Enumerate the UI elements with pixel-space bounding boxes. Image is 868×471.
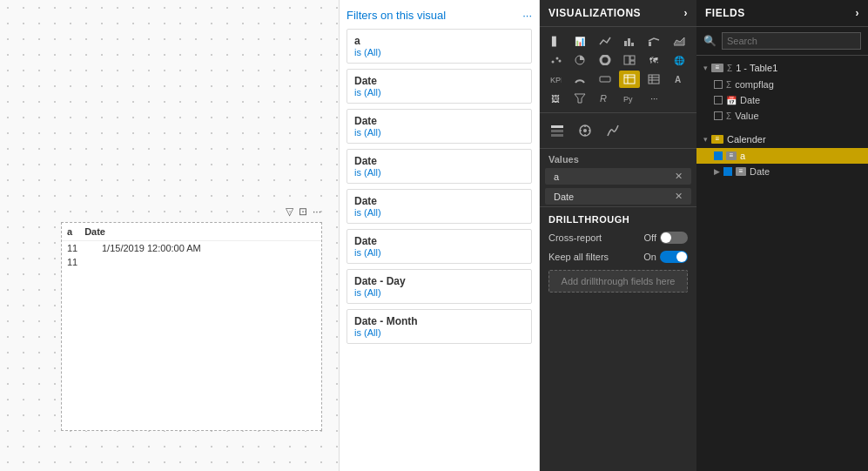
visualizations-panel: VISUALIZATIONS › ▋ 📊 🗺 <box>540 0 696 471</box>
value-checkbox[interactable] <box>714 111 723 120</box>
viz-format-icon[interactable] <box>573 118 597 143</box>
field-item-value[interactable]: Σ Value <box>696 108 868 124</box>
viz-icon-image[interactable]: 🖼 <box>545 90 566 107</box>
toggle-knob-off <box>661 232 671 243</box>
value-a-text: a <box>554 172 559 182</box>
cross-report-toggle-container: Off <box>644 232 688 244</box>
svg-point-5 <box>556 57 559 60</box>
value-item-date[interactable]: Date ✕ <box>545 188 691 205</box>
col-a: a <box>67 226 72 237</box>
viz-icon-treemap[interactable] <box>619 51 640 69</box>
viz-icon-scatter[interactable] <box>545 51 566 69</box>
viz-icon-py[interactable]: Py <box>619 90 640 107</box>
viz-icon-r[interactable]: R <box>595 90 616 107</box>
viz-icon-matrix[interactable] <box>643 71 664 88</box>
drillthrough-dropzone[interactable]: Add drillthrough fields here <box>548 270 688 293</box>
field-group-table1-name: 1 - Table1 <box>736 63 777 73</box>
viz-analytics-icon[interactable] <box>601 118 625 143</box>
field-item-date[interactable]: 📅 Date <box>696 92 868 108</box>
calender-group-icon: ≡ <box>711 135 723 144</box>
a-name: a <box>740 151 745 161</box>
filter-value-6: is (All) <box>354 287 524 298</box>
viz-icon-combo[interactable] <box>643 32 664 50</box>
calender-date-table-icon: ≡ <box>736 167 746 176</box>
date-calendar-icon: 📅 <box>726 96 737 105</box>
viz-icon-globe[interactable]: 🌐 <box>669 51 690 69</box>
filter-card-4[interactable]: Dateis (All) <box>347 189 532 224</box>
more-icon[interactable]: ··· <box>313 205 321 218</box>
compflag-checkbox[interactable] <box>714 80 723 89</box>
field-item-a[interactable]: ≡ a <box>696 148 868 164</box>
viz-icon-area[interactable] <box>669 32 690 50</box>
filter-label-1: Date <box>354 75 524 87</box>
viz-expand-icon[interactable]: › <box>684 7 689 19</box>
viz-icon-more1[interactable]: ··· <box>643 90 664 107</box>
date-checkbox[interactable] <box>714 96 723 104</box>
filter-card-5[interactable]: Dateis (All) <box>347 229 532 264</box>
calender-date-checkbox[interactable] <box>723 167 732 176</box>
filters-more-icon[interactable]: ··· <box>522 9 532 22</box>
field-item-calender-date[interactable]: ▶ ≡ Date <box>696 164 868 179</box>
field-group-calender: ▾ ≡ Calender ≡ a ▶ ≡ Date <box>696 127 868 183</box>
filter-label-6: Date - Day <box>354 275 524 287</box>
field-group-calender-header[interactable]: ▾ ≡ Calender <box>696 131 868 148</box>
viz-icon-bar2[interactable]: 📊 <box>569 32 590 50</box>
focus-icon[interactable]: ⊡ <box>299 205 307 218</box>
visual-widget[interactable]: ▽ ⊡ ··· a Date 11 1/15/2019 12:00:00 AM … <box>61 222 322 431</box>
viz-icon-bar[interactable]: ▋ <box>545 32 566 50</box>
viz-icon-line[interactable] <box>595 32 616 50</box>
filter-value-5: is (All) <box>354 247 524 258</box>
a-checkbox[interactable] <box>714 151 723 160</box>
date-name: Date <box>740 95 760 105</box>
viz-icon-gauge[interactable] <box>569 71 590 88</box>
field-group-table1-header[interactable]: ▾ ≡ Σ 1 - Table1 <box>696 59 868 77</box>
viz-fields-icon[interactable] <box>545 118 569 143</box>
table-row: 11 1/15/2019 12:00:00 AM <box>62 241 321 255</box>
viz-icon-map[interactable]: 🗺 <box>643 51 664 69</box>
value-sigma-icon: Σ <box>726 111 731 121</box>
filter-value-0: is (All) <box>354 47 524 57</box>
viz-icon-bar3[interactable] <box>619 32 640 50</box>
value-date-remove[interactable]: ✕ <box>675 191 683 202</box>
filter-card-3[interactable]: Dateis (All) <box>347 149 532 184</box>
fields-search-container: 🔍 <box>696 27 868 56</box>
viz-icon-pie[interactable] <box>569 51 590 69</box>
fields-title: FIELDS <box>705 7 745 19</box>
filter-label-4: Date <box>354 195 524 207</box>
keep-filters-toggle-container: On <box>643 251 688 263</box>
viz-icon-table[interactable] <box>619 71 640 88</box>
viz-icon-funnel[interactable] <box>569 90 590 107</box>
cross-report-toggle[interactable] <box>660 232 688 244</box>
cell-a-1: 11 <box>67 243 84 253</box>
filter-label-2: Date <box>354 115 524 127</box>
keep-filters-toggle[interactable] <box>660 251 688 263</box>
viz-icon-text[interactable]: A <box>669 71 690 88</box>
filter-card-0[interactable]: ais (All) <box>347 29 532 64</box>
filter-value-4: is (All) <box>354 207 524 218</box>
canvas-area: ▽ ⊡ ··· a Date 11 1/15/2019 12:00:00 AM … <box>0 0 340 471</box>
field-item-compflag[interactable]: Σ compflag <box>696 77 868 92</box>
value-date-text: Date <box>554 192 574 202</box>
filter-card-2[interactable]: Dateis (All) <box>347 109 532 144</box>
viz-icon-kpi[interactable]: KPI <box>545 71 566 88</box>
filter-icon[interactable]: ▽ <box>286 205 293 218</box>
filter-card-6[interactable]: Date - Dayis (All) <box>347 269 532 304</box>
value-item-a[interactable]: a ✕ <box>545 168 691 185</box>
viz-icon-donut[interactable] <box>595 51 616 69</box>
drillthrough-section: DRILLTHROUGH Cross-report Off Keep all f… <box>540 206 696 299</box>
compflag-name: compflag <box>735 79 774 90</box>
filters-title-text: Filters on this visual <box>347 9 446 22</box>
value-a-remove[interactable]: ✕ <box>675 171 683 182</box>
svg-rect-10 <box>624 56 629 64</box>
cell-date-1: 1/15/2019 12:00:00 AM <box>102 243 201 253</box>
filter-card-7[interactable]: Date - Monthis (All) <box>347 309 532 344</box>
visual-toolbar: ▽ ⊡ ··· <box>286 205 321 218</box>
svg-rect-15 <box>624 75 635 84</box>
compflag-sigma-icon: Σ <box>726 80 731 90</box>
filter-card-1[interactable]: Dateis (All) <box>347 69 532 104</box>
filter-value-7: is (All) <box>354 327 524 338</box>
viz-icon-card[interactable] <box>595 71 616 88</box>
keep-filters-row: Keep all filters On <box>548 251 688 263</box>
fields-expand-icon[interactable]: › <box>856 7 860 19</box>
search-input[interactable] <box>722 32 861 50</box>
